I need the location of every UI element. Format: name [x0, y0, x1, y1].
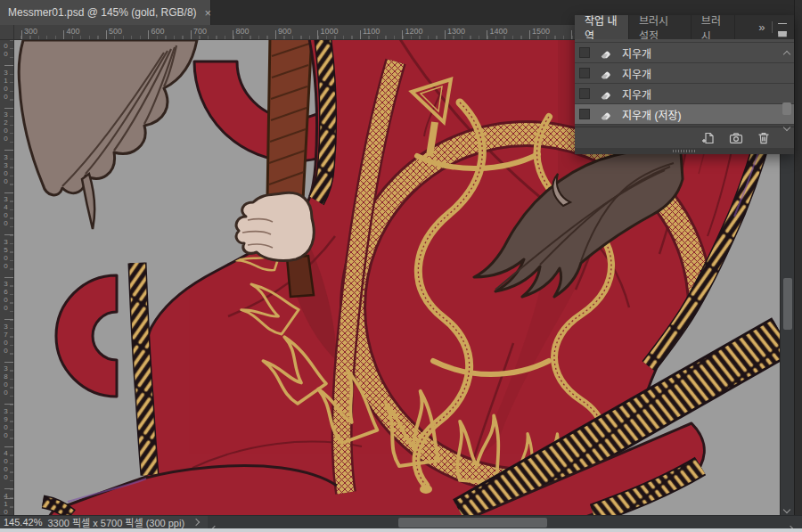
vertical-scrollbar-thumb[interactable]: [783, 278, 792, 330]
document-info: 3300 픽셀 x 5700 픽셀 (300 ppi): [47, 515, 192, 529]
new-document-from-state-icon[interactable]: [701, 131, 716, 145]
panel-tab-spacer: [735, 15, 755, 39]
eraser-icon: [599, 87, 612, 101]
h-ruler-label: 800: [236, 27, 250, 36]
panel-scrollbar-thumb[interactable]: [782, 102, 791, 115]
h-ruler-label: 1300: [447, 27, 465, 36]
zoom-level-field[interactable]: 145.42%: [0, 517, 47, 528]
history-item-0[interactable]: 지우개: [575, 43, 794, 63]
history-source-checkbox[interactable]: [579, 68, 590, 78]
gripping-hand: [236, 192, 314, 260]
ruler-corner: [0, 25, 14, 40]
v-ruler-label: 3100: [2, 69, 9, 101]
history-item-label: 지우개 (저장): [622, 107, 682, 122]
document-title: Messmer01.psd @ 145% (gold, RGB/8): [8, 6, 197, 19]
history-source-checkbox[interactable]: [579, 109, 590, 119]
panel-tab-2[interactable]: 브러시: [692, 15, 736, 39]
eraser-icon: [599, 46, 612, 60]
h-ruler-label: 1400: [490, 27, 508, 36]
horizontal-scrollbar-thumb[interactable]: [398, 518, 547, 528]
dock-edge-strip: [794, 0, 802, 532]
panel-tab-0[interactable]: 작업 내역: [575, 15, 629, 39]
horizontal-scrollbar[interactable]: [208, 516, 802, 529]
document-tab[interactable]: Messmer01.psd @ 145% (gold, RGB/8) ×: [0, 0, 211, 25]
v-ruler-label: 3000: [2, 40, 9, 58]
v-ruler-label: 3600: [2, 280, 9, 312]
history-source-checkbox[interactable]: [579, 47, 590, 58]
v-ruler-label: 3500: [2, 238, 9, 270]
history-item-label: 지우개: [622, 66, 651, 81]
h-ruler-label: 1100: [363, 27, 380, 36]
photoshop-window: Messmer01.psd @ 145% (gold, RGB/8) × 300…: [0, 0, 802, 532]
eraser-icon: [599, 67, 612, 80]
v-ruler-label: 3400: [2, 195, 9, 227]
panel-menu-icon[interactable]: [778, 23, 787, 31]
panel-footer: [575, 127, 794, 148]
spear-shaft: [267, 40, 312, 201]
eraser-icon: [599, 108, 612, 121]
panel-resize-grip[interactable]: [575, 148, 794, 154]
v-ruler-label: 3200: [2, 110, 9, 143]
close-icon[interactable]: ×: [205, 7, 212, 19]
delete-trash-icon[interactable]: [757, 131, 771, 145]
h-ruler-label: 1500: [532, 27, 550, 36]
window-bottom-edge: [0, 528, 802, 532]
history-panel: 작업 내역브러시 설정브러시» 지우개지우개지우개지우개 (저장): [575, 15, 794, 154]
h-ruler-label: 700: [193, 27, 207, 36]
panel-overflow-chevrons[interactable]: »: [755, 15, 768, 39]
h-ruler-label: 900: [278, 27, 291, 36]
history-item-label: 지우개: [622, 86, 651, 102]
new-snapshot-camera-icon[interactable]: [729, 131, 743, 145]
panel-divider: [772, 21, 773, 33]
v-ruler-label: 3900: [2, 407, 9, 439]
vertical-ruler: 3000310032003300340035003600370038003900…: [0, 40, 14, 515]
scroll-up-icon[interactable]: [783, 51, 790, 58]
status-bar: 145.42% 3300 픽셀 x 5700 픽셀 (300 ppi): [0, 515, 802, 528]
h-ruler-label: 400: [67, 27, 80, 36]
history-source-checkbox[interactable]: [579, 88, 590, 99]
v-ruler-label: 4000: [2, 449, 9, 481]
history-item-2[interactable]: 지우개: [575, 84, 794, 104]
v-ruler-label: 3800: [2, 364, 9, 397]
panel-tab-1[interactable]: 브러시 설정: [629, 15, 692, 39]
v-ruler-label: 4100: [2, 492, 9, 516]
history-item-3[interactable]: 지우개 (저장): [575, 104, 794, 125]
history-list: 지우개지우개지우개지우개 (저장): [575, 39, 794, 127]
history-item-label: 지우개: [622, 45, 651, 61]
panel-tab-bar: 작업 내역브러시 설정브러시»: [575, 15, 794, 39]
h-ruler-label: 600: [151, 27, 165, 36]
fringe-left-edge: [137, 263, 150, 475]
scroll-down-icon[interactable]: [783, 124, 790, 131]
h-ruler-label: 1200: [405, 27, 423, 36]
panel-scrollbar[interactable]: [781, 39, 793, 127]
v-ruler-label: 3300: [2, 153, 9, 185]
scroll-down-icon[interactable]: [783, 506, 790, 513]
h-ruler-label: 1000: [321, 27, 339, 36]
h-ruler-label: 500: [109, 27, 122, 36]
h-ruler-label: 300: [24, 27, 37, 36]
v-ruler-label: 3700: [2, 323, 9, 355]
shaft-wrap: [287, 256, 314, 297]
history-item-1[interactable]: 지우개: [575, 63, 794, 84]
status-expander-icon[interactable]: [192, 519, 200, 526]
